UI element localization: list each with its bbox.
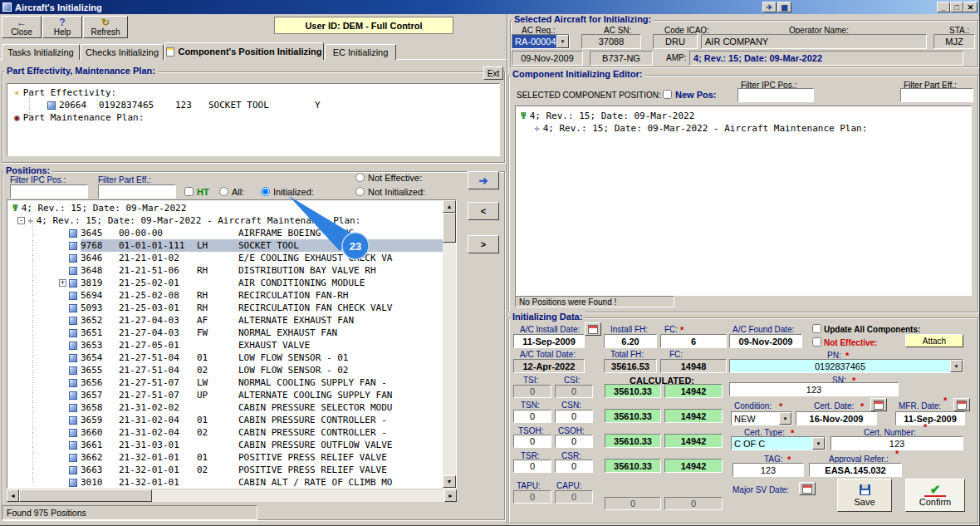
horizontal-scrollbar[interactable]: ◄ ► <box>7 489 457 502</box>
position-row[interactable]: 3658 21-31-02-02 CABIN PRESSURE SELECTOR… <box>7 401 443 414</box>
scroll-down-button[interactable]: ▼ <box>443 475 456 488</box>
major-sv-date-calendar-button[interactable] <box>799 482 816 495</box>
editor-root-amp[interactable]: ✛ 4; Rev.: 15; Date: 09-Mar-2022 - Aircr… <box>516 122 971 135</box>
tsoh-field[interactable]: 0 <box>513 435 551 448</box>
dropdown-icon[interactable]: ▼ <box>556 35 569 48</box>
install-fc-field[interactable]: 6 <box>660 334 727 348</box>
ht-checkbox[interactable] <box>184 187 194 196</box>
tree-root-amp[interactable]: ✛ 4; Rev.: 15; Date: 09-Mar-2022 - Aircr… <box>7 214 443 227</box>
part-effectivity-item[interactable]: 20664 0192837465 123 SOCKET TOOL Y <box>7 99 499 111</box>
move-left-button[interactable]: < <box>468 202 499 220</box>
tab-components-position-initializing[interactable]: Component's Position Initializing <box>164 42 324 60</box>
position-row[interactable]: 3657 21-27-51-07 UP ALTERNATE COOLING SU… <box>7 389 443 401</box>
position-row[interactable]: 3662 21-32-01-01 01 POSITIVE PRESS RELIE… <box>7 451 443 464</box>
editor-filter-part-input[interactable] <box>900 88 973 102</box>
cert-date-field[interactable]: 16-Nov-2009 <box>796 411 877 425</box>
position-row[interactable]: 3663 21-32-01-01 02 POSITIVE PRESS RELIE… <box>7 464 443 476</box>
part-effectivity-tree[interactable]: ✳ Part Effectivity: 20664 0192837465 123… <box>7 83 500 156</box>
confirm-button[interactable]: ✔ Confirm <box>905 479 965 512</box>
approval-refer-field[interactable]: EASA.145.032 <box>809 463 902 477</box>
scroll-up-button[interactable]: ▲ <box>443 200 456 213</box>
not-effective-checkbox[interactable] <box>812 337 821 347</box>
tab-checks-initializing[interactable]: Checks Initializing <box>81 44 164 60</box>
filter-ipc-input[interactable] <box>10 184 88 199</box>
position-row[interactable]: 3646 21-21-01-02 E/E COOLING EXHAUST CHE… <box>7 252 443 264</box>
close-button[interactable]: ← Close <box>2 16 42 38</box>
ac-reg-combobox[interactable]: RA-00004 ▼ <box>512 34 570 49</box>
aircraft-plane-icon-button[interactable]: ✈ <box>762 2 777 12</box>
collapse-icon[interactable] <box>17 217 25 224</box>
initialized-radio[interactable] <box>261 187 270 196</box>
update-all-components-checkbox[interactable] <box>812 324 821 333</box>
position-row[interactable]: 3656 21-27-51-07 LW NORMAL COOLING SUPPL… <box>7 376 443 389</box>
mfr-date-calendar-button[interactable] <box>953 398 970 411</box>
editor-filter-ipc-input[interactable] <box>737 88 814 102</box>
move-to-editor-button[interactable]: ➔ <box>468 171 499 189</box>
csn-field[interactable]: 0 <box>555 410 593 423</box>
ext-button[interactable]: Ext <box>483 66 503 80</box>
part-maintenance-plan-root[interactable]: ◉ Part Maintenance Plan: <box>7 111 499 124</box>
ac-found-date-field[interactable]: 09-Nov-2009 <box>729 334 802 348</box>
pn-combobox[interactable]: 0192837465 ▼ <box>729 359 963 373</box>
position-row[interactable]: 3010 21-32-01-01 CABIN ALT / RATE OF CLI… <box>7 476 443 488</box>
dropdown-icon[interactable]: ▼ <box>779 412 791 425</box>
position-row[interactable]: 3651 21-27-04-03 FW NORMAL EXHAUST FAN <box>7 327 443 339</box>
csr-field[interactable]: 0 <box>555 460 593 473</box>
dropdown-icon[interactable]: ▼ <box>812 437 825 450</box>
position-row[interactable]: 9768 01-01-01-111 LH SOCKET TOOL <box>7 239 443 252</box>
position-row[interactable]: 3659 21-31-02-04 01 CABIN PRESSURE CONTR… <box>7 414 443 426</box>
not-effective-radio[interactable] <box>355 173 365 182</box>
new-pos-checkbox[interactable] <box>663 90 672 99</box>
position-row[interactable]: 5694 21-25-02-08 RH RECIRCULATION FAN-RH <box>7 289 443 302</box>
position-row[interactable]: 3655 21-27-51-04 02 LOW FLOW SENSOR - 02 <box>7 364 443 376</box>
fleet-grid-icon-button[interactable]: ▦ <box>777 2 791 12</box>
expand-icon[interactable] <box>59 279 66 287</box>
maximize-button[interactable]: □ <box>950 2 963 12</box>
cert-type-combobox[interactable]: C OF C ▼ <box>731 436 826 450</box>
positions-tree[interactable]: Ψ 4; Rev.: 15; Date: 09-Mar-2022 ✛ 4; Re… <box>7 200 443 488</box>
part-effectivity-root[interactable]: ✳ Part Effectivity: <box>7 86 499 99</box>
position-row[interactable]: 5093 21-25-03-01 RH RECIRCULATION FAN CH… <box>7 302 443 314</box>
position-row[interactable]: 3653 21-27-05-01 EXHAUST VALVE <box>7 339 443 351</box>
scroll-left-button[interactable]: ◄ <box>7 489 19 502</box>
tab-tasks-initializing[interactable]: Tasks Initializing <box>2 44 80 60</box>
cert-date-calendar-button[interactable] <box>870 398 887 411</box>
sn-field[interactable]: 123 <box>729 382 899 396</box>
position-row[interactable]: 3654 21-27-51-04 01 LOW FLOW SENSOR - 01 <box>7 351 443 364</box>
position-row[interactable]: 3819 21-25-02-01 AIR CONDITIONING MODULE <box>7 277 443 289</box>
position-row[interactable]: 3652 21-27-04-03 AF ALTERNATE EXHAUST FA… <box>7 314 443 327</box>
amp-field: 4; Rev.: 15; Date: 09-Mar-2022 <box>689 51 963 66</box>
scroll-right-button[interactable]: ► <box>444 489 457 502</box>
dropdown-icon[interactable]: ▼ <box>950 360 963 372</box>
editor-tree[interactable]: Ψ 4; Rev.: 15; Date: 09-Mar-2022 ✛ 4; Re… <box>515 106 972 296</box>
refresh-button[interactable]: ↻ Refresh <box>83 16 128 38</box>
attach-button[interactable]: Attach <box>905 334 963 347</box>
editor-root-revision[interactable]: Ψ 4; Rev.: 15; Date: 09-Mar-2022 <box>516 110 971 122</box>
tsn-field[interactable]: 0 <box>513 410 551 423</box>
tab-ec-initializing[interactable]: EC Initializing <box>325 44 396 60</box>
csoh-field[interactable]: 0 <box>555 435 593 448</box>
tsr-field[interactable]: 0 <box>513 460 551 473</box>
vertical-scroll-thumb[interactable] <box>443 213 456 243</box>
horizontal-scroll-thumb[interactable] <box>19 489 152 502</box>
ac-install-date-calendar-button[interactable] <box>585 322 601 336</box>
install-fh-field[interactable]: 6.20 <box>604 334 657 348</box>
move-right-button[interactable]: > <box>468 235 499 253</box>
tag-field[interactable]: 123 <box>733 463 804 477</box>
tsn-value: 0 <box>530 411 535 421</box>
position-row[interactable]: 3660 21-31-02-04 02 CABIN PRESSURE CONTR… <box>7 426 443 439</box>
ac-install-date-field[interactable]: 11-Sep-2009 <box>513 334 585 348</box>
all-radio[interactable] <box>219 187 228 196</box>
vertical-scrollbar[interactable]: ▲ ▼ <box>443 200 456 488</box>
save-button[interactable]: Save <box>837 479 892 512</box>
minimize-button[interactable]: _ <box>937 2 950 12</box>
close-window-button[interactable]: ✕ <box>963 2 978 12</box>
help-button[interactable]: ? Help <box>42 16 82 38</box>
position-row[interactable]: 3648 21-21-51-06 RH DISTRIBUTION BAY VAL… <box>7 264 443 277</box>
tree-root-revision[interactable]: Ψ 4; Rev.: 15; Date: 09-Mar-2022 <box>7 202 443 214</box>
position-row[interactable]: 3661 21-31-03-01 CABIN PRESSURE OUTFLOW … <box>7 439 443 451</box>
mfr-date-field[interactable]: 11-Sep-2009 <box>895 411 965 425</box>
condition-combobox[interactable]: NEW ▼ <box>731 411 792 425</box>
position-row[interactable]: 3645 00-00-00 AIRFRAME BOEING 737NG <box>7 227 443 239</box>
filter-part-input[interactable] <box>98 184 176 199</box>
